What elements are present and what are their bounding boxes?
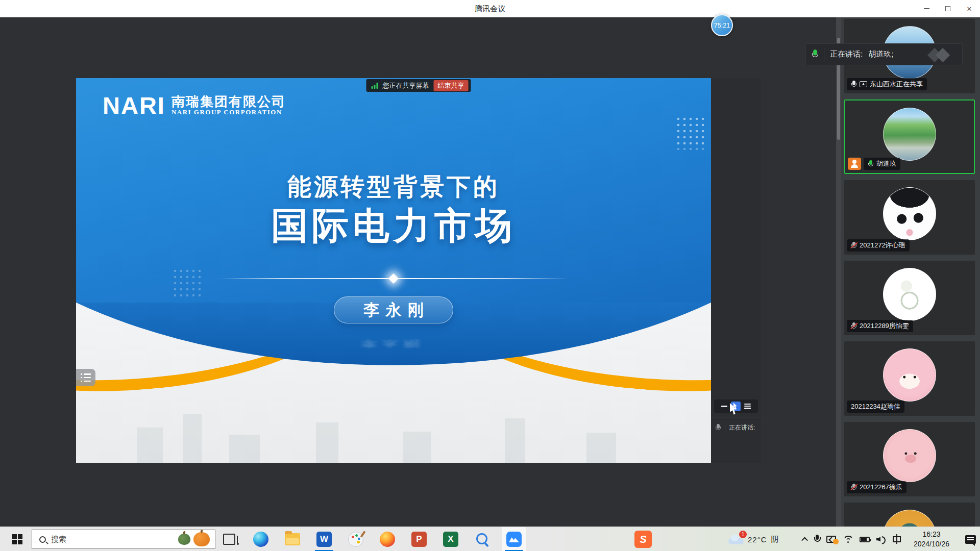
slide-bottom-art	[76, 303, 711, 463]
minimize-icon	[924, 8, 929, 9]
mini-speaking-indicator: 正在讲话:	[711, 417, 761, 438]
tray-expand-icon[interactable]	[801, 537, 808, 543]
signal-bars-icon	[372, 83, 378, 89]
participant-tile[interactable]: 2021272许心瑶	[844, 180, 975, 255]
participant-tile[interactable]: 20212234赵瑜佳	[844, 341, 975, 416]
firefox-icon	[380, 532, 395, 547]
company-name-cn: 南瑞集团有限公司	[172, 95, 286, 109]
nari-brand: NARI	[103, 93, 165, 117]
notification-center-icon[interactable]	[965, 535, 976, 544]
screen-share-icon	[860, 81, 867, 87]
share-banner-text: 您正在共享屏幕	[383, 81, 429, 90]
screen-share-banner: 您正在共享屏幕 结束共享	[366, 79, 471, 92]
battery-icon[interactable]	[860, 537, 870, 542]
microphone-icon	[715, 423, 721, 432]
close-button[interactable]: ✕	[959, 0, 980, 17]
excel-icon: X	[443, 532, 458, 547]
participant-avatar	[883, 510, 936, 527]
participant-name: 20212267徐乐	[860, 483, 902, 492]
speaking-indicator-bar: 正在讲话: 胡道玖;	[805, 43, 963, 65]
minimize-toolbar-icon[interactable]	[721, 406, 727, 407]
maximize-icon	[945, 6, 950, 11]
minimize-button[interactable]	[916, 0, 937, 17]
meeting-timer-badge[interactable]: 75:21	[711, 14, 733, 36]
presenter-app-band: 正在讲话:	[711, 78, 761, 463]
participant-name: 2021272许心瑶	[860, 241, 905, 250]
start-button[interactable]	[6, 527, 29, 551]
menu-icon[interactable]	[744, 404, 751, 409]
search-app-icon	[475, 532, 490, 547]
participant-avatar	[883, 108, 936, 161]
tray-screen-share-icon[interactable]	[826, 536, 836, 543]
paint-taskbar-button[interactable]	[344, 527, 368, 551]
edge-taskbar-button[interactable]	[249, 527, 273, 551]
volume-icon[interactable]	[876, 536, 886, 543]
sidebar-scrollbar[interactable]	[836, 17, 841, 527]
windows-taskbar: 搜索 WPX S 1 22°C 阴 16:23 2024/10/26	[0, 527, 980, 551]
presenter-reflection: 李永刚	[361, 338, 426, 349]
clock-date: 2024/10/26	[908, 539, 955, 549]
presenter-name-pill: 李永刚	[334, 296, 453, 323]
participant-name: 东山西水正在共享	[870, 80, 923, 89]
participant-avatar	[883, 429, 936, 482]
meeting-icon	[506, 532, 522, 547]
participant-tile[interactable]	[844, 503, 975, 527]
participant-tile[interactable]: 20212289房怡雯	[844, 261, 975, 335]
task-view-icon	[223, 534, 235, 545]
taskbar-clock[interactable]: 16:23 2024/10/26	[908, 530, 955, 549]
pumpkin-icon	[193, 532, 210, 546]
taskbar-search-input[interactable]: 搜索	[32, 530, 215, 549]
company-name-en: NARI GROUP CORPORATION	[172, 109, 286, 116]
active-microphone-icon	[812, 49, 819, 60]
close-icon: ✕	[967, 6, 972, 12]
tencent-meeting-window: 腾讯会议 ✕ 75:21 NARI 南瑞集团有限公司 NARI GROUP CO…	[0, 0, 980, 551]
meeting-taskbar-button[interactable]	[502, 527, 526, 551]
dot-grid-decoration	[675, 116, 704, 149]
meeting-content: NARI 南瑞集团有限公司 NARI GROUP CORPORATION 能源转…	[0, 17, 980, 527]
firefox-taskbar-button[interactable]	[375, 527, 400, 551]
search-placeholder: 搜索	[51, 535, 173, 544]
weather-temp: 22°C	[748, 535, 767, 544]
slide-panel-toggle[interactable]	[76, 369, 95, 386]
maximize-button[interactable]	[937, 0, 959, 17]
participants-sidebar: 东山西水正在共享 胡道玖 2021272许心瑶	[841, 17, 980, 527]
paint-icon	[348, 532, 363, 547]
wifi-icon[interactable]	[843, 536, 853, 543]
participant-avatar	[883, 268, 936, 321]
participant-name: 20212289房怡雯	[860, 321, 909, 331]
speaking-speaker-name: 胡道玖;	[868, 49, 893, 59]
sogou-input-button[interactable]: S	[634, 531, 652, 548]
word-taskbar-button[interactable]: W	[312, 527, 336, 551]
mic-status-icon	[851, 322, 857, 331]
mic-status-icon	[851, 241, 857, 250]
weather-badge: 1	[739, 531, 747, 538]
file-explorer-taskbar-button[interactable]	[280, 527, 305, 551]
powerpoint-taskbar-button[interactable]: P	[407, 527, 431, 551]
excel-taskbar-button[interactable]: X	[438, 527, 463, 551]
titlebar: 腾讯会议 ✕	[0, 0, 980, 17]
mini-speaking-label: 正在讲话:	[729, 423, 755, 432]
participant-avatar	[883, 187, 936, 240]
participant-tile[interactable]: 20212267徐乐	[844, 422, 975, 496]
slide-title-line1: 能源转型背景下的	[76, 171, 711, 203]
stop-share-button[interactable]: 结束共享	[434, 80, 469, 91]
presentation-slide: NARI 南瑞集团有限公司 NARI GROUP CORPORATION 能源转…	[76, 78, 711, 463]
cloud-icon: 1	[727, 534, 744, 544]
search-app-taskbar-button[interactable]	[470, 527, 495, 551]
input-method-icon[interactable]	[893, 536, 901, 542]
participant-avatar	[883, 348, 936, 402]
taskbar-weather[interactable]: 1 22°C 阴	[727, 527, 779, 551]
search-icon	[39, 536, 46, 543]
pumpkin-icon	[178, 534, 190, 545]
slide-divider	[219, 278, 568, 279]
powerpoint-icon: P	[411, 532, 427, 547]
speaking-label: 正在讲话:	[830, 49, 863, 59]
participant-tile[interactable]: 胡道玖	[844, 99, 975, 174]
mic-status-icon	[868, 160, 874, 168]
tray-microphone-icon[interactable]	[814, 535, 820, 544]
edge-icon	[253, 532, 268, 547]
participant-name: 胡道玖	[876, 159, 896, 168]
task-view-taskbar-button[interactable]	[217, 527, 241, 551]
list-icon	[81, 373, 91, 382]
window-controls: ✕	[916, 0, 980, 17]
